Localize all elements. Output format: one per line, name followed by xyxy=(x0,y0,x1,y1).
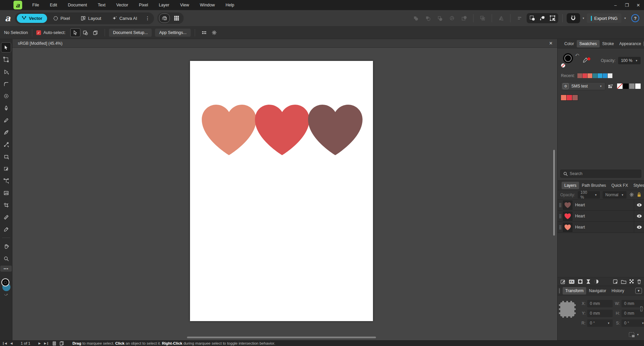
select-nodes-icon[interactable] xyxy=(537,14,547,23)
adjustment-icon[interactable] xyxy=(586,279,591,284)
menu-file[interactable]: File xyxy=(27,0,44,10)
menu-vector[interactable]: Vector xyxy=(111,0,134,10)
fx-icon[interactable]: FX xyxy=(569,280,574,284)
insert-behind-icon[interactable] xyxy=(478,14,488,23)
grid-options-button[interactable] xyxy=(199,28,209,37)
palette-swatch[interactable] xyxy=(567,95,572,100)
black-swatch[interactable] xyxy=(623,83,629,89)
anchor-selector[interactable] xyxy=(560,302,574,316)
pages-view-icon[interactable] xyxy=(52,341,56,346)
layer-visibility-toggle[interactable] xyxy=(634,222,644,233)
recent-chip[interactable] xyxy=(598,73,602,78)
persona-pixel[interactable]: Pixel xyxy=(48,14,75,23)
shape-builder-tool[interactable] xyxy=(1,164,11,174)
layer-drag-handle-icon[interactable]: ⣿ xyxy=(558,203,563,207)
document-page[interactable] xyxy=(190,61,373,321)
last-page-button[interactable]: ▶❙ xyxy=(44,342,49,345)
menu-text[interactable]: Text xyxy=(92,0,111,10)
swap-colors-icon[interactable]: ⤻ xyxy=(4,292,8,297)
rotation-field[interactable]: 0 °▾ xyxy=(587,319,613,327)
palette-gear-icon[interactable]: ⚙ xyxy=(563,83,569,89)
help-button[interactable]: ? xyxy=(631,14,639,22)
menu-help[interactable]: Help xyxy=(220,0,240,10)
corner-tool[interactable] xyxy=(1,79,11,89)
rectangle-tool[interactable] xyxy=(1,151,11,162)
boolean-divide-icon[interactable] xyxy=(447,14,457,23)
tab-layers[interactable]: Layers xyxy=(562,182,579,189)
layer-visibility-toggle[interactable] xyxy=(634,211,644,221)
first-page-button[interactable]: ❙◀ xyxy=(2,342,7,345)
fill-gradient-tool[interactable] xyxy=(1,139,11,149)
export-options-chevron[interactable]: ▾ xyxy=(623,16,627,20)
palette-swatch[interactable] xyxy=(561,95,566,100)
lock-icon[interactable] xyxy=(637,192,641,197)
tab-stroke[interactable]: Stroke xyxy=(600,40,617,47)
color-picker-tool[interactable] xyxy=(1,224,11,234)
recent-chip[interactable] xyxy=(593,73,597,78)
select-copy-button[interactable] xyxy=(90,28,101,37)
persona-overflow-menu[interactable]: ⋮ xyxy=(143,15,152,21)
measure-tool[interactable] xyxy=(1,212,11,222)
y-field[interactable]: 0 mm xyxy=(587,310,613,317)
vector-brush-tool[interactable] xyxy=(1,127,11,137)
layer-opacity-dropdown[interactable]: 100 % ▾ xyxy=(578,191,600,199)
x-field[interactable]: 0 mm xyxy=(587,300,613,307)
layer-drag-handle-icon[interactable]: ⣿ xyxy=(558,214,563,218)
mask-icon[interactable] xyxy=(578,279,583,284)
addons-grid-button[interactable] xyxy=(171,13,182,23)
tab-appearance[interactable]: Appearance xyxy=(616,40,644,47)
menu-layer[interactable]: Layer xyxy=(153,0,175,10)
recent-chip[interactable] xyxy=(582,73,587,78)
snapping-toggle[interactable] xyxy=(567,13,580,23)
stroke-color-well[interactable] xyxy=(1,278,9,286)
restore-button[interactable]: ❐ xyxy=(621,0,633,10)
live-filter-icon[interactable] xyxy=(594,279,599,284)
menu-pixel[interactable]: Pixel xyxy=(134,0,153,10)
new-layer-icon[interactable] xyxy=(613,279,618,284)
layer-row[interactable]: ⣿ Heart xyxy=(558,222,644,233)
layer-thumbnail[interactable] xyxy=(563,212,572,221)
menu-document[interactable]: Document xyxy=(63,0,92,10)
menu-window[interactable]: Window xyxy=(194,0,220,10)
add-swatch-icon[interactable] xyxy=(608,84,613,89)
tab-color[interactable]: Color xyxy=(562,40,577,47)
snapping-options-chevron[interactable]: ▾ xyxy=(582,16,585,20)
layer-thumbnail[interactable] xyxy=(563,201,572,210)
link-dimensions-icon[interactable]: ⊓⊔ xyxy=(640,306,643,312)
select-box-icon[interactable] xyxy=(547,14,558,23)
stroke-color-well[interactable] xyxy=(563,53,573,63)
layer-settings-gear-icon[interactable] xyxy=(629,192,634,197)
hearts-artwork[interactable] xyxy=(201,104,363,156)
recent-chip[interactable] xyxy=(603,73,607,78)
blend-mode-dropdown[interactable]: Normal ▾ xyxy=(603,191,627,199)
place-image-tool[interactable] xyxy=(1,188,11,198)
palette-select[interactable]: ⚙ SMS test ▾ xyxy=(561,82,605,90)
layer-drag-handle-icon[interactable]: ⣿ xyxy=(558,225,563,230)
vertical-scrollbar[interactable] xyxy=(553,150,555,236)
new-group-folder-icon[interactable] xyxy=(621,279,627,284)
move-tool[interactable] xyxy=(1,42,11,53)
tab-quick-fx[interactable]: Quick FX xyxy=(609,182,631,189)
document-tab[interactable]: sRGB [Modified] (45.4%) xyxy=(18,41,63,46)
document-close-icon[interactable]: ✕ xyxy=(548,41,554,46)
edit-all-layers-icon[interactable] xyxy=(560,279,566,284)
delete-trash-icon[interactable] xyxy=(637,279,641,284)
recent-chip[interactable] xyxy=(577,73,582,78)
no-fill-swatch[interactable] xyxy=(617,83,622,89)
close-button[interactable]: ✕ xyxy=(633,0,644,10)
shear-field[interactable]: 0 °▾ xyxy=(621,319,644,327)
no-color-chip[interactable] xyxy=(561,63,565,68)
align-icon[interactable] xyxy=(515,14,525,23)
recent-chip[interactable] xyxy=(588,73,592,78)
recent-chip[interactable] xyxy=(608,73,612,78)
swap-colors-icon[interactable]: ⤺ xyxy=(575,53,579,57)
mask-checkerboard-icon[interactable] xyxy=(629,279,634,284)
next-page-button[interactable]: ▶ xyxy=(38,342,41,345)
layer-visibility-toggle[interactable] xyxy=(634,200,644,210)
select-same-button[interactable] xyxy=(80,28,90,37)
hand-tool[interactable] xyxy=(1,241,11,251)
select-object-icon[interactable] xyxy=(527,14,537,23)
layer-row[interactable]: ⣿ Heart xyxy=(558,211,644,222)
point-transform-tool[interactable] xyxy=(1,91,11,101)
horizontal-scrollbar[interactable] xyxy=(187,337,376,338)
